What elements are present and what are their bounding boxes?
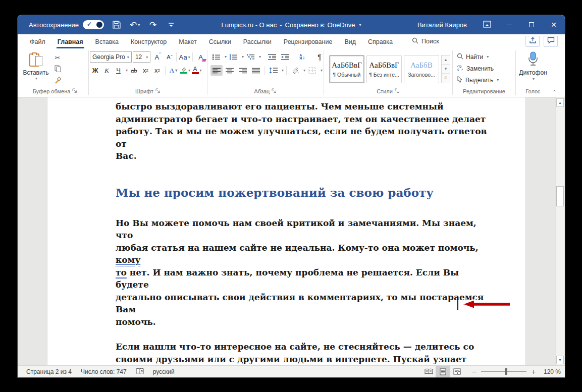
save-button[interactable] xyxy=(111,18,122,31)
web-layout-button[interactable] xyxy=(450,366,464,377)
comment-icon xyxy=(547,37,555,46)
change-case-button[interactable]: Аа▾ xyxy=(179,52,190,63)
italic-button[interactable]: К xyxy=(101,65,112,76)
borders-button[interactable] xyxy=(306,65,319,76)
read-mode-button[interactable] xyxy=(421,366,436,377)
scroll-up-button[interactable]: ▲ xyxy=(556,98,564,107)
dialog-launcher-icon[interactable] xyxy=(72,88,77,94)
shading-button[interactable] xyxy=(289,65,301,76)
tab-layout[interactable]: Макет xyxy=(173,36,202,48)
minimize-button[interactable] xyxy=(498,15,520,34)
collapse-ribbon-button[interactable]: ⌃ xyxy=(553,89,557,95)
bullets-button[interactable] xyxy=(210,51,223,62)
tab-references[interactable]: Ссылки xyxy=(203,36,237,48)
numbering-button[interactable] xyxy=(228,51,240,62)
autosave-toggle[interactable]: ✓ xyxy=(83,20,104,29)
sort-button[interactable]: АЯ ↓ xyxy=(296,51,308,62)
document-area: быстро выздоравливают его пациенты. Чем … xyxy=(18,97,565,365)
underline-button[interactable]: Ч xyxy=(113,65,124,76)
replace-button[interactable]: bc Заменить xyxy=(457,63,514,74)
text-effects-button[interactable]: А▾ xyxy=(168,65,179,76)
align-center-button[interactable] xyxy=(224,65,236,76)
tab-file[interactable]: Файл xyxy=(24,36,51,48)
select-button[interactable]: Выделить ▾ xyxy=(457,75,514,85)
grow-font-button[interactable]: А⌃ xyxy=(151,52,162,63)
line-spacing-button[interactable] xyxy=(268,65,280,76)
style-card-normal[interactable]: АаБбВвГ ¶ Обычный xyxy=(329,55,364,83)
font-size-combo[interactable]: 12 ▾ xyxy=(133,51,150,63)
scrollbar-thumb[interactable] xyxy=(556,186,564,206)
styles-scroll-up-button[interactable]: ▲ xyxy=(442,55,450,65)
close-button[interactable]: ✕ xyxy=(543,15,565,34)
word-window: Автосохранение ✓ ↶ ▾ ↷ xyxy=(18,15,565,377)
dialog-launcher-icon[interactable] xyxy=(395,88,400,94)
bold-button[interactable]: Ж xyxy=(90,65,100,76)
document-line: Вас. xyxy=(116,150,487,162)
share-button[interactable] xyxy=(525,36,540,47)
increase-indent-button[interactable] xyxy=(279,51,291,62)
chevron-down-icon[interactable]: ▾ xyxy=(126,68,128,73)
tab-insert[interactable]: Вставка xyxy=(89,36,125,48)
style-card-heading[interactable]: АаБбВ Заголово... xyxy=(404,55,439,83)
print-layout-button[interactable] xyxy=(436,366,450,377)
close-icon: ✕ xyxy=(551,21,557,29)
highlighter-icon xyxy=(180,66,187,75)
zoom-slider[interactable] xyxy=(481,371,526,372)
font-color-button[interactable]: А ▾ xyxy=(191,65,202,76)
superscript-button[interactable]: x2 xyxy=(152,65,163,76)
tab-view[interactable]: Вид xyxy=(338,36,362,48)
dialog-launcher-icon[interactable] xyxy=(155,88,161,94)
comments-button[interactable] xyxy=(544,36,558,47)
scroll-down-button[interactable]: ▼ xyxy=(556,356,564,364)
autosave-control: Автосохранение ✓ xyxy=(29,20,104,29)
zoom-slider-thumb[interactable] xyxy=(505,368,507,375)
format-painter-button[interactable] xyxy=(52,76,63,86)
user-name[interactable]: Виталий Каиров xyxy=(417,21,467,29)
find-button[interactable]: Найти ▾ xyxy=(457,51,514,62)
copy-button[interactable] xyxy=(52,64,63,74)
align-left-button[interactable] xyxy=(210,65,223,76)
ribbon-display-options-button[interactable] xyxy=(476,15,498,34)
align-right-button[interactable] xyxy=(237,65,249,76)
font-name-combo[interactable]: Georgia Pro S ▾ xyxy=(90,51,132,63)
zoom-in-button[interactable]: + xyxy=(531,368,537,376)
dictate-button[interactable]: Диктофон ▾ xyxy=(517,48,549,87)
highlight-color-button[interactable]: ▾ xyxy=(180,65,190,76)
page-number-indicator[interactable]: Страница 2 из 4 xyxy=(22,368,76,375)
chevron-down-icon: ▾ xyxy=(146,55,148,60)
cut-button[interactable]: ✂ xyxy=(52,52,63,63)
maximize-button[interactable] xyxy=(520,15,543,34)
search-box[interactable]: Поиск xyxy=(412,37,439,48)
tab-help[interactable]: Справка xyxy=(362,36,399,48)
proofing-status-button[interactable] xyxy=(131,368,148,376)
vertical-scrollbar[interactable]: ▲ ▼ xyxy=(555,97,564,365)
search-label: Поиск xyxy=(421,38,439,45)
strikethrough-button[interactable]: ab xyxy=(129,65,139,76)
font-name-value: Georgia Pro S xyxy=(92,53,126,61)
zoom-level-indicator[interactable]: 120 % xyxy=(541,368,561,375)
redo-button[interactable]: ↷ xyxy=(147,18,158,31)
zoom-out-button[interactable]: − xyxy=(471,368,477,376)
paste-button[interactable]: Вставить ▾ xyxy=(23,51,49,87)
undo-button[interactable]: ↶ ▾ xyxy=(129,18,140,31)
document-page[interactable]: быстро выздоравливают его пациенты. Чем … xyxy=(47,97,526,365)
tab-mailings[interactable]: Рассылки xyxy=(237,36,278,48)
word-count-indicator[interactable]: Число слов: 747 xyxy=(76,368,131,375)
document-line: Если нашли что-то интересное на сайте, н… xyxy=(116,341,487,353)
styles-more-button[interactable]: ⍗ xyxy=(442,74,450,83)
subscript-button[interactable]: x2 xyxy=(140,65,151,76)
language-indicator[interactable]: русский xyxy=(148,368,179,375)
style-card-no-spacing[interactable]: АаБбВвГ ¶ Без инте... xyxy=(366,55,402,83)
shrink-font-button[interactable]: А⌄ xyxy=(163,52,174,63)
group-label-paragraph: Абзац xyxy=(254,88,270,94)
clear-formatting-button[interactable]: А xyxy=(195,52,206,63)
tab-home[interactable]: Главная xyxy=(51,36,89,48)
tab-design[interactable]: Конструктор xyxy=(125,36,173,48)
tab-review[interactable]: Рецензирование xyxy=(278,36,339,48)
dialog-launcher-icon[interactable] xyxy=(272,88,277,94)
customize-quick-access-button[interactable] xyxy=(166,18,177,31)
styles-scroll-down-button[interactable]: ▼ xyxy=(442,65,450,74)
decrease-indent-button[interactable] xyxy=(266,51,278,62)
multilevel-list-button[interactable] xyxy=(245,51,257,62)
justify-button[interactable] xyxy=(250,65,262,76)
